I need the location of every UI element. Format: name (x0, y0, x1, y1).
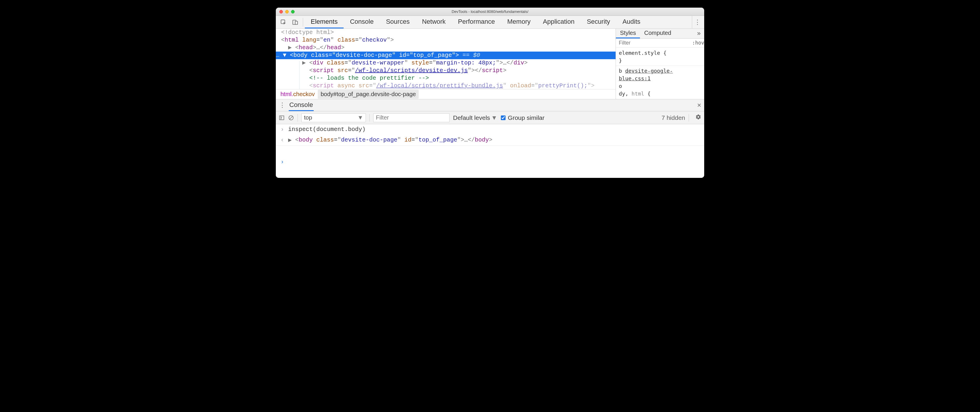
output-chevron-icon: ‹ (280, 136, 285, 143)
styles-tab-computed[interactable]: Computed (640, 29, 675, 38)
styles-panel: Styles Computed » :hov .cls + element.st… (616, 29, 704, 99)
rule-source-link[interactable]: devsite-google-blue.css:1 (619, 68, 673, 81)
tab-audits[interactable]: Audits (616, 16, 646, 29)
console-toolbar: top▼ Default levels ▼ Group similar 7 hi… (276, 111, 704, 124)
clear-console-icon[interactable] (288, 115, 294, 121)
styles-more-icon[interactable]: » (694, 30, 704, 37)
hover-toggle[interactable]: :hov (690, 40, 704, 46)
group-similar-toggle[interactable]: Group similar (501, 114, 544, 121)
drawer-header: ⋮ Console × (276, 99, 704, 111)
console-result-row[interactable]: ‹ ▶ <body class="devsite-doc-page" id="t… (276, 135, 704, 146)
console-command-row[interactable]: › inspect(document.body) (276, 124, 704, 135)
tab-application[interactable]: Application (537, 16, 581, 29)
console-output[interactable]: › inspect(document.body) ‹ ▶ <body class… (276, 124, 704, 178)
styles-filter-input[interactable] (616, 40, 690, 46)
chevron-down-icon: ▼ (357, 114, 363, 121)
drawer-tab-console[interactable]: Console (289, 99, 313, 111)
window-title: DevTools - localhost:8080/web/fundamenta… (276, 10, 704, 14)
tab-performance[interactable]: Performance (452, 16, 501, 29)
breadcrumb: html.checkov body#top_of_page.devsite-do… (276, 89, 616, 99)
context-select[interactable]: top▼ (301, 113, 366, 122)
console-filter-input[interactable] (373, 113, 450, 122)
dom-node-html[interactable]: <html lang="en" class="checkov"> (276, 36, 616, 44)
console-drawer: ⋮ Console × top▼ Default levels ▼ Group … (276, 99, 704, 178)
console-command-text: inspect(document.body) (288, 126, 366, 133)
input-chevron-icon: › (280, 126, 285, 133)
dom-tree[interactable]: <!doctype html> <html lang="en" class="c… (276, 29, 616, 89)
tab-memory[interactable]: Memory (501, 16, 536, 29)
top-toolbar: Elements Console Sources Network Perform… (276, 16, 704, 29)
dom-node-script1[interactable]: <script src="/wf-local/scripts/devsite-d… (276, 67, 616, 74)
element-style-rule: element.style { } (619, 49, 701, 65)
tab-network[interactable]: Network (416, 16, 452, 29)
drawer-menu-icon[interactable]: ⋮ (279, 101, 286, 109)
toolbar-separator (369, 114, 370, 122)
toolbar-separator (689, 114, 689, 122)
prompt-chevron-icon: › (280, 158, 285, 165)
tab-sources[interactable]: Sources (380, 16, 415, 29)
dom-node-body-selected[interactable]: … ▼ <body class="devsite-doc-page" id="t… (276, 52, 616, 59)
svg-line-6 (290, 116, 293, 119)
dom-node-doctype[interactable]: <!doctype html> (276, 29, 616, 36)
styles-body[interactable]: element.style { } b devsite-google-blue.… (616, 48, 704, 99)
group-similar-checkbox[interactable] (501, 116, 506, 120)
styles-tabs: Styles Computed » (616, 29, 704, 39)
dom-node-script2[interactable]: <script async src="/wf-local/scripts/pre… (276, 82, 616, 89)
css-rule: b devsite-google-blue.css:1 o dy, html {… (616, 66, 704, 99)
console-prompt[interactable]: › (276, 146, 704, 178)
log-levels-select[interactable]: Default levels ▼ (453, 114, 497, 121)
crumb-html[interactable]: html.checkov (278, 90, 318, 99)
inspect-element-icon[interactable] (278, 16, 289, 29)
tab-console[interactable]: Console (344, 16, 380, 29)
styles-tab-styles[interactable]: Styles (616, 29, 640, 38)
console-settings-icon[interactable] (692, 114, 701, 122)
main-panel: <!doctype html> <html lang="en" class="c… (276, 29, 704, 99)
device-toolbar-icon[interactable] (289, 16, 301, 29)
dom-node-comment[interactable]: <!-- loads the code prettifier --> (276, 74, 616, 82)
crumb-body[interactable]: body#top_of_page.devsite-doc-page (318, 90, 419, 99)
console-result-node[interactable]: <body class="devsite-doc-page" id="top_o… (295, 136, 492, 143)
show-sidebar-icon[interactable] (279, 115, 285, 121)
dom-node-head[interactable]: ▶ <head>…</head> (276, 44, 616, 52)
main-tabs: Elements Console Sources Network Perform… (305, 16, 692, 29)
toolbar-separator (303, 18, 303, 27)
styles-filter-row: :hov .cls + (616, 39, 704, 48)
expand-arrow-icon[interactable]: ▶ (288, 136, 292, 144)
tab-security[interactable]: Security (581, 16, 616, 29)
hidden-messages-count[interactable]: 7 hidden (661, 114, 685, 121)
drawer-close-icon[interactable]: × (697, 101, 701, 109)
svg-rect-2 (295, 21, 298, 24)
tab-elements[interactable]: Elements (305, 16, 344, 29)
chevron-down-icon: ▼ (491, 114, 497, 121)
dom-node-div[interactable]: ▶ <div class="devsite-wrapper" style="ma… (276, 59, 616, 67)
dom-panel: <!doctype html> <html lang="en" class="c… (276, 29, 616, 99)
more-menu-icon[interactable]: ⋮ (692, 16, 702, 29)
titlebar: DevTools - localhost:8080/web/fundamenta… (276, 8, 704, 16)
toolbar-separator (298, 114, 298, 122)
devtools-window: DevTools - localhost:8080/web/fundamenta… (276, 8, 704, 178)
